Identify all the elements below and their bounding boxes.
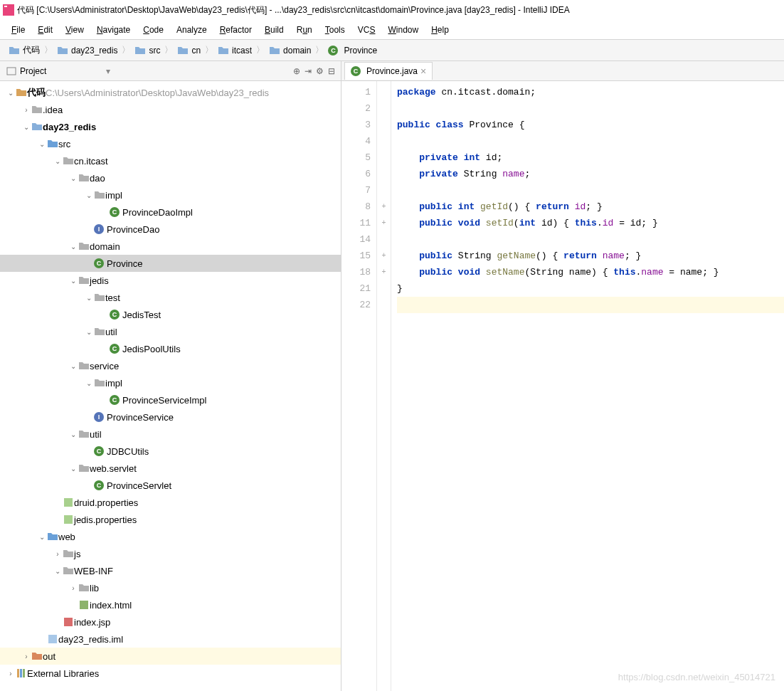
code-editor[interactable]: 12345678111415182122 ++++ package cn.itc… <box>341 81 784 691</box>
tree-node[interactable]: index.jsp <box>0 613 341 631</box>
close-icon[interactable]: × <box>420 65 426 77</box>
tree-node[interactable]: ⌄util <box>0 323 341 340</box>
tree-label: JedisPoolUtils <box>122 344 181 354</box>
menu-refactor[interactable]: Refactor <box>214 23 258 36</box>
tree-node[interactable]: ⌄impl <box>0 374 341 391</box>
tree-node[interactable]: ⌄WEB-INF <box>0 562 341 579</box>
tree-node[interactable]: CJedisTest <box>0 306 341 323</box>
chevron-down-icon[interactable]: ⌄ <box>84 328 94 336</box>
breadcrumb-itcast[interactable]: itcast <box>215 43 255 58</box>
tree-node[interactable]: ⌄dao <box>0 169 341 186</box>
menu-build[interactable]: Build <box>259 23 290 36</box>
menu-code[interactable]: Code <box>137 23 169 36</box>
menubar: FileEditViewNavigateCodeAnalyzeRefactorB… <box>0 20 784 40</box>
tree-node[interactable]: day23_redis.iml <box>0 631 341 648</box>
gear-icon[interactable]: ⚙ <box>316 66 324 76</box>
tree-node[interactable]: jedis.properties <box>0 511 341 528</box>
chevron-right-icon[interactable]: › <box>6 670 16 677</box>
tree-node[interactable]: ›js <box>0 545 341 562</box>
tree-node[interactable]: CJedisPoolUtils <box>0 340 341 357</box>
chevron-down-icon[interactable]: ⌄ <box>68 243 78 250</box>
breadcrumb-domain[interactable]: domain <box>266 43 314 58</box>
menu-navigate[interactable]: Navigate <box>91 23 136 36</box>
tree-node[interactable]: CProvinceServlet <box>0 477 341 494</box>
tree-node[interactable]: CJDBCUtils <box>0 443 341 460</box>
menu-tools[interactable]: Tools <box>319 23 351 36</box>
tree-node[interactable]: ⌄util <box>0 426 341 443</box>
chevron-down-icon[interactable]: ⌄ <box>84 379 94 387</box>
chevron-down-icon[interactable]: ⌄ <box>53 157 63 165</box>
tree-node[interactable]: ⌄web.servlet <box>0 460 341 477</box>
collapse-all-icon[interactable]: ⇥ <box>304 66 312 76</box>
folder-icon <box>78 582 90 594</box>
breadcrumb-代码[interactable]: 代码 <box>6 43 43 58</box>
tree-node[interactable]: CProvince <box>0 255 341 272</box>
tree-node[interactable]: ⌄day23_redis <box>0 118 341 135</box>
tree-node[interactable]: ⌄代码 C:\Users\Administrator\Desktop\JavaW… <box>0 84 341 101</box>
package-icon <box>94 377 105 389</box>
tree-node[interactable]: ⌄src <box>0 135 341 152</box>
fold-expand-icon[interactable]: + <box>377 248 391 264</box>
menu-help[interactable]: Help <box>425 23 455 36</box>
menu-window[interactable]: Window <box>382 23 424 36</box>
chevron-right-icon[interactable]: › <box>68 584 78 592</box>
tree-node[interactable]: ⌄jedis <box>0 272 341 289</box>
fold-gutter[interactable]: ++++ <box>377 81 391 691</box>
chevron-down-icon[interactable]: ⌄ <box>37 533 47 541</box>
tree-node[interactable]: CProvinceDaoImpl <box>0 204 341 221</box>
tree-node[interactable]: ⌄impl <box>0 186 341 204</box>
fold-expand-icon[interactable]: + <box>377 215 391 231</box>
line-gutter: 12345678111415182122 <box>341 81 377 691</box>
chevron-down-icon[interactable]: ⌄ <box>53 567 63 575</box>
menu-view[interactable]: View <box>60 23 90 36</box>
menu-vcs[interactable]: VCS <box>352 23 381 36</box>
chevron-down-icon[interactable]: ⌄ <box>68 362 78 370</box>
tree-node[interactable]: index.html <box>0 596 341 613</box>
svg-rect-7 <box>48 635 57 643</box>
project-tree[interactable]: ⌄代码 C:\Users\Administrator\Desktop\JavaW… <box>0 81 341 691</box>
menu-run[interactable]: Run <box>291 23 318 36</box>
tab-province[interactable]: C Province.java × <box>344 62 433 80</box>
chevron-down-icon[interactable]: ⌄ <box>84 191 94 199</box>
tree-node[interactable]: CProvinceServiceImpl <box>0 391 341 408</box>
tree-node[interactable]: ›External Libraries <box>0 665 341 682</box>
tree-node[interactable]: ›.idea <box>0 101 341 118</box>
chevron-down-icon[interactable]: ⌄ <box>68 465 78 473</box>
chevron-right-icon[interactable]: › <box>53 550 63 558</box>
chevron-right-icon[interactable]: › <box>21 106 31 114</box>
menu-analyze[interactable]: Analyze <box>171 23 213 36</box>
chevron-down-icon[interactable]: ⌄ <box>84 294 94 302</box>
code-content[interactable]: package cn.itcast.domain; public class P… <box>391 81 784 691</box>
scroll-to-source-icon[interactable]: ⊕ <box>293 66 300 76</box>
fold-expand-icon[interactable]: + <box>377 199 391 215</box>
menu-file[interactable]: File <box>6 23 31 36</box>
chevron-right-icon: 〉 <box>163 44 174 56</box>
fold-expand-icon[interactable]: + <box>377 264 391 280</box>
chevron-down-icon[interactable]: ⌄ <box>68 277 78 285</box>
menu-edit[interactable]: Edit <box>32 23 58 36</box>
tree-node[interactable]: ›out <box>0 648 341 665</box>
tree-node[interactable]: ⌄domain <box>0 238 341 255</box>
breadcrumb-day23_redis[interactable]: day23_redis <box>54 43 120 58</box>
breadcrumb-src[interactable]: src <box>132 43 163 58</box>
properties-icon <box>63 514 74 525</box>
tree-node[interactable]: ⌄web <box>0 528 341 545</box>
chevron-down-icon[interactable]: ⌄ <box>37 140 47 148</box>
chevron-right-icon[interactable]: › <box>21 653 31 660</box>
tree-node[interactable]: ⌄test <box>0 289 341 306</box>
tree-node[interactable]: IProvinceDao <box>0 221 341 238</box>
tree-node[interactable]: ⌄cn.itcast <box>0 152 341 169</box>
breadcrumb-cn[interactable]: cn <box>174 43 203 58</box>
chevron-down-icon[interactable]: ⌄ <box>6 89 16 97</box>
tree-node[interactable]: ›lib <box>0 579 341 596</box>
line-number: 5 <box>341 149 371 166</box>
dropdown-icon[interactable]: ▾ <box>106 66 110 76</box>
breadcrumb-province[interactable]: CProvince <box>325 44 380 57</box>
tree-node[interactable]: IProvinceService <box>0 408 341 426</box>
chevron-down-icon[interactable]: ⌄ <box>68 431 78 438</box>
hide-icon[interactable]: ⊟ <box>328 66 335 76</box>
chevron-down-icon[interactable]: ⌄ <box>21 123 31 131</box>
tree-node[interactable]: ⌄service <box>0 357 341 374</box>
chevron-down-icon[interactable]: ⌄ <box>68 174 78 182</box>
tree-node[interactable]: druid.properties <box>0 494 341 511</box>
